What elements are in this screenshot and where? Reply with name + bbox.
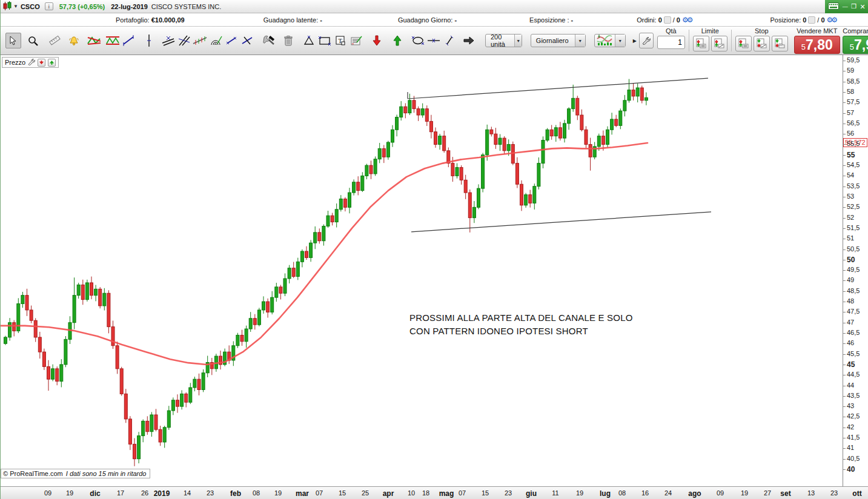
trading-app-window: ▼ CSCO i 57,73 (+0,65%) 22-lug-2019 CISC… — [0, 0, 868, 499]
order-settings-wrench-icon[interactable] — [639, 33, 654, 48]
trendline-tool-icon[interactable] — [121, 33, 136, 48]
sell-market-button[interactable]: 5 7,80 — [794, 36, 840, 54]
sell-limit-order-button[interactable] — [711, 36, 727, 51]
price-tick — [843, 406, 846, 407]
price-tick — [843, 92, 846, 93]
units-dropdown-caret-icon[interactable]: ▼ — [514, 35, 521, 47]
restore-button[interactable]: ❐ — [851, 1, 856, 13]
price-tick — [843, 207, 846, 208]
separator — [689, 30, 689, 51]
price-tick-label: 46,5 — [847, 329, 860, 336]
stop-order-group: Stop — [735, 27, 788, 54]
exposure-value: - — [571, 16, 574, 24]
position-settings-gears-icon[interactable]: ⚙⚙ — [827, 16, 837, 24]
time-axis-day-label: 24 — [664, 489, 672, 497]
ruler-tool-icon[interactable] — [47, 33, 62, 48]
timeframe-dropdown-caret-icon[interactable]: ▼ — [575, 35, 585, 47]
orders-item: Ordini: 0 / 0 ⚙⚙ — [637, 16, 691, 24]
ellipse-shape-tool-icon[interactable] — [410, 33, 426, 48]
tools-settings-icon[interactable] — [261, 33, 277, 48]
time-axis-day-label: 18 — [422, 489, 429, 497]
orders-list-icon[interactable] — [664, 16, 671, 24]
position-list-icon[interactable] — [808, 16, 815, 24]
order-panel-expander[interactable]: ▶ — [633, 38, 637, 44]
keyboard-icon[interactable] — [828, 2, 839, 11]
limit-label: Limite — [701, 27, 719, 36]
units-dropdown[interactable]: 200 unità ▼ — [485, 34, 522, 47]
triangle-shape-tool-icon[interactable] — [301, 33, 317, 48]
instrument-info-button[interactable]: i — [45, 2, 53, 10]
time-axis[interactable]: 0919dic172620191423feb0819mar071525apr10… — [1, 486, 868, 499]
price-tick — [843, 228, 846, 229]
price-tick-label: 59,5 — [847, 56, 860, 64]
segment-tool-icon[interactable] — [224, 33, 239, 48]
sell-price-prefix: 5 — [801, 39, 806, 55]
down-arrow-marker-icon[interactable] — [369, 33, 385, 48]
chart-annotation-text[interactable]: PROSSIMI ALLA PARTE ALTA DEL CANALE E SO… — [409, 311, 633, 338]
alert-bell-icon[interactable] — [66, 33, 82, 48]
buy-market-button[interactable]: 5 7,93 — [843, 36, 868, 54]
continue-arrow-icon[interactable] — [461, 33, 477, 48]
rectangle-shape-tool-icon[interactable] — [317, 33, 333, 48]
price-panel-wrench-icon[interactable] — [28, 58, 35, 67]
orders-count: 0 — [658, 16, 662, 24]
price-tick-label: 54,5 — [847, 161, 860, 168]
orders-count-2: 0 — [677, 16, 680, 24]
price-tick-label: 46 — [847, 339, 854, 346]
time-axis-day-label: 23 — [207, 489, 214, 497]
collapse-panel-button[interactable] — [38, 59, 45, 67]
time-axis-day-label: 16 — [641, 489, 649, 497]
day-gain-item: Guadagno Giorno: - — [398, 16, 457, 24]
limit-order-group: Limite — [693, 27, 727, 54]
instrument-dropdown-caret[interactable]: ▼ — [13, 4, 18, 9]
price-tick — [843, 270, 846, 271]
chart-style-caret-icon[interactable]: ▼ — [615, 35, 625, 47]
stop-order-button-2[interactable] — [754, 36, 770, 51]
sell-market-label: Vendere MKT — [797, 27, 837, 36]
fibonacci-arcs-tool-icon[interactable] — [208, 33, 224, 48]
price-tick-label: 48 — [847, 297, 854, 305]
candlestick-chart[interactable] — [1, 55, 868, 486]
qty-input[interactable] — [657, 36, 685, 49]
vertical-line-tool-icon[interactable] — [141, 33, 157, 48]
regression-line-tool-icon[interactable] — [192, 33, 208, 48]
time-axis-day-label: 26 — [141, 489, 148, 497]
zoom-tool-icon[interactable] — [25, 33, 41, 48]
crossing-lines-tool-icon[interactable] — [176, 33, 192, 48]
price-tick-label: 52,5 — [847, 203, 860, 210]
time-axis-month-label: dic — [90, 489, 100, 498]
price-tick — [843, 343, 846, 344]
stop-order-button-1[interactable] — [735, 36, 752, 51]
price-tick — [843, 82, 846, 82]
small-segment-tool-icon[interactable] — [442, 33, 457, 48]
timeframe-dropdown[interactable]: Giornaliero ▼ — [531, 34, 586, 47]
price-chart-panel[interactable]: Prezzo PROSSIMI ALLA PARTE ALTA DEL CANA… — [1, 55, 868, 486]
time-axis-month-label: set — [780, 489, 790, 498]
price-tick-label: 47,5 — [847, 308, 860, 315]
price-panel-label: Prezzo — [5, 59, 25, 66]
orders-settings-gears-icon[interactable]: ⚙⚙ — [682, 16, 692, 24]
annotation-note-tool-icon[interactable] — [348, 33, 364, 48]
time-axis-day-label: 17 — [117, 489, 124, 497]
parallel-lines-tool-icon[interactable] — [161, 33, 176, 48]
time-axis-month-label: ago — [688, 489, 701, 498]
up-arrow-marker-icon[interactable] — [389, 33, 405, 48]
trash-icon[interactable] — [280, 33, 296, 48]
cursor-tool-icon[interactable] — [5, 33, 21, 48]
crossed-segments-tool-icon[interactable] — [239, 33, 255, 48]
stop-order-button-3[interactable] — [772, 36, 788, 51]
pattern-triangle-tool-icon[interactable] — [87, 33, 102, 48]
horizontal-segment-tool-icon[interactable] — [426, 33, 442, 48]
price-tick — [843, 375, 846, 375]
close-button[interactable]: ✕ — [860, 1, 865, 13]
zigzag-tool-icon[interactable] — [105, 33, 121, 48]
price-tick — [843, 124, 846, 124]
chart-style-dropdown[interactable]: ▼ — [594, 34, 626, 47]
price-axis[interactable]: 55,572 59,55958,55857,55756,55655,55554,… — [843, 55, 868, 486]
text-tool-icon[interactable]: T — [333, 33, 348, 48]
price-tick — [843, 469, 846, 470]
minimize-button[interactable]: — — [843, 1, 848, 13]
buy-limit-order-button[interactable] — [693, 36, 709, 51]
expand-panel-button[interactable] — [48, 59, 56, 67]
time-axis-day-label: 19 — [274, 489, 282, 497]
